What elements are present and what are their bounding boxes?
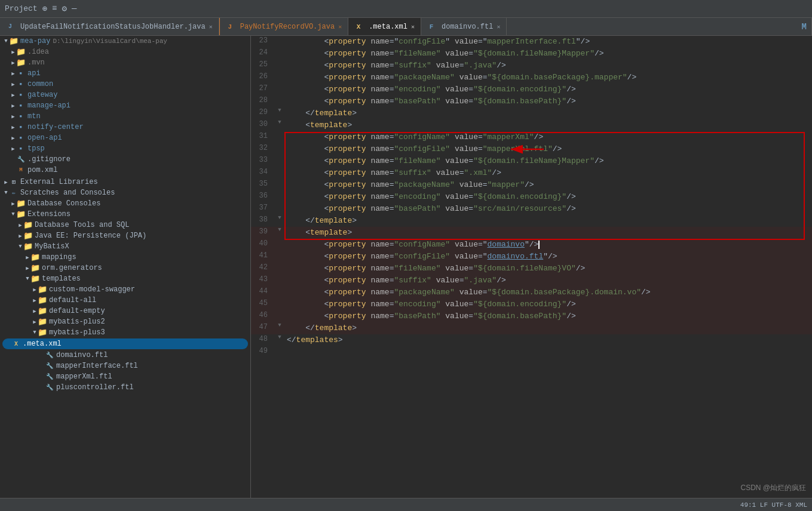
folder-icon: 📁 bbox=[38, 328, 47, 337]
sidebar-tree[interactable]: ▼ 📁 mea-pay D:\lingyin\VisualCard\mea-pa… bbox=[0, 36, 250, 498]
tree-gateway[interactable]: ▶ ▪ gateway bbox=[0, 90, 250, 100]
item-label: gateway bbox=[27, 91, 57, 99]
line-number: 24 bbox=[251, 48, 275, 57]
tree-default-empty[interactable]: ▶ 📁 default-empty bbox=[0, 306, 250, 316]
tree-meta-xml[interactable]: ▶ X .meta.xml bbox=[2, 338, 248, 349]
tab-label2: PayNotifyRecordVO.java bbox=[240, 23, 335, 31]
tree-templates[interactable]: ▼ 📁 templates bbox=[0, 273, 250, 284]
arrow-icon: ▶ bbox=[10, 113, 17, 120]
tree-orm-generators[interactable]: ▶ 📁 orm.generators bbox=[0, 263, 250, 273]
tree-notify-center[interactable]: ▶ ▪ notify-center bbox=[0, 122, 250, 133]
tree-api[interactable]: ▶ ▪ api bbox=[0, 68, 250, 79]
xml-file-icon: X bbox=[12, 340, 20, 348]
tree-idea[interactable]: ▶ 📁 .idea bbox=[0, 47, 250, 57]
arrow-icon: ▶ bbox=[2, 178, 10, 186]
tree-mybatisx[interactable]: ▼ 📁 MyBatisX bbox=[0, 241, 250, 252]
tree-db-consoles[interactable]: ▶ 📁 Database Consoles bbox=[0, 198, 250, 209]
line-number: 43 bbox=[251, 275, 275, 284]
folder-icon: 📁 bbox=[17, 48, 25, 56]
tree-default-all[interactable]: ▶ 📁 default-all bbox=[0, 295, 250, 306]
list-icon[interactable]: ≡ bbox=[52, 4, 57, 14]
tab-close-icon2[interactable]: ✕ bbox=[338, 23, 342, 30]
tree-open-api[interactable]: ▶ ▪ open-api bbox=[0, 133, 250, 143]
fold-arrow[interactable]: ▼ bbox=[278, 227, 281, 233]
folder-icon: 📁 bbox=[31, 264, 39, 272]
item-label: MyBatisX bbox=[35, 242, 69, 251]
module-icon: ▪ bbox=[17, 101, 25, 110]
folder-icon: 📁 bbox=[38, 285, 47, 294]
tree-scratches[interactable]: ▼ ✏ Scratches and Consoles bbox=[0, 187, 250, 198]
item-label: .mvn bbox=[27, 59, 45, 67]
tree-pom[interactable]: ▶ M pom.xml bbox=[0, 165, 250, 176]
tab-close-icon4[interactable]: ✕ bbox=[497, 23, 500, 30]
editor-line-42: 42 <property name="fileName" value="${do… bbox=[251, 263, 812, 275]
line-number: 27 bbox=[251, 84, 275, 93]
tab-close-icon3[interactable]: ✕ bbox=[411, 23, 415, 30]
tree-tpsp[interactable]: ▶ ▪ tpsp bbox=[0, 143, 250, 154]
line-content: <template> bbox=[284, 227, 812, 239]
tab-updatefail[interactable]: J UpdateFailNotificationStatusJobHandler… bbox=[0, 18, 219, 35]
tree-ext-libs[interactable]: ▶ ⊞ External Libraries bbox=[0, 177, 250, 187]
line-content: <property name="configFile" value="domai… bbox=[284, 251, 812, 263]
tab-paynotify[interactable]: J PayNotifyRecordVO.java ✕ bbox=[219, 18, 348, 35]
top-bar-icons: ⊕ ≡ ⚙ — bbox=[42, 4, 77, 14]
line-number: 35 bbox=[251, 179, 275, 188]
line-number: 40 bbox=[251, 239, 275, 248]
item-label: Java EE: Persistence (JPA) bbox=[35, 232, 146, 240]
line-content: <property name="encoding" value="${domai… bbox=[284, 84, 812, 96]
watermark: CSDN @灿烂的疯狂 bbox=[740, 483, 806, 493]
tree-extensions[interactable]: ▼ 📁 Extensions bbox=[0, 209, 250, 220]
tree-manage-api[interactable]: ▶ ▪ manage-api bbox=[0, 100, 250, 111]
editor-line-33: 33 <property name="fileName" value="${do… bbox=[251, 155, 812, 167]
tree-db-tools[interactable]: ▶ 📁 Database Tools and SQL bbox=[0, 220, 250, 230]
fold-arrow[interactable]: ▼ bbox=[278, 107, 281, 113]
arrow-icon: ▶ bbox=[10, 81, 17, 88]
line-content: </templates> bbox=[284, 334, 812, 346]
tab-close-icon[interactable]: ✕ bbox=[209, 23, 213, 30]
tree-mtn[interactable]: ▶ ▪ mtn bbox=[0, 111, 250, 122]
line-number: 32 bbox=[251, 143, 275, 152]
tree-domainvo-ftl[interactable]: ▶ 🔧 domainvo.ftl bbox=[0, 350, 250, 361]
item-label: orm.generators bbox=[42, 264, 102, 272]
tree-mapperinterface[interactable]: ▶ 🔧 mapperInterface.ftl bbox=[0, 361, 250, 371]
settings-icon[interactable]: ⚙ bbox=[62, 4, 66, 14]
tree-pluscontroller[interactable]: ▶ 🔧 pluscontroller.ftl bbox=[0, 382, 250, 393]
tree-mybatis-plus3[interactable]: ▼ 📁 mybatis-plus3 bbox=[0, 327, 250, 338]
intellij-logo: M bbox=[802, 22, 807, 32]
tree-root-mea-pay[interactable]: ▼ 📁 mea-pay D:\lingyin\VisualCard\mea-pa… bbox=[0, 36, 250, 47]
fold-arrow[interactable]: ▼ bbox=[278, 322, 281, 328]
ftl-icon4: 🔧 bbox=[45, 383, 54, 392]
fold-arrow[interactable]: ▼ bbox=[278, 215, 281, 221]
editor-content[interactable]: 23 <property name="configFile" value="ma… bbox=[251, 36, 812, 498]
tree-custom-model[interactable]: ▶ 📁 custom-model-swagger bbox=[0, 284, 250, 295]
ftl-icon2: 🔧 bbox=[45, 362, 54, 370]
tab-ftl-icon: F bbox=[427, 23, 436, 31]
arrow-icon: ▶ bbox=[10, 102, 17, 109]
tab-java-icon: J bbox=[6, 23, 14, 31]
tree-common[interactable]: ▶ ▪ common bbox=[0, 79, 250, 90]
fold-arrow[interactable]: ▼ bbox=[278, 119, 281, 125]
tree-java-ee[interactable]: ▶ 📁 Java EE: Persistence (JPA) bbox=[0, 230, 250, 241]
top-bar-title: Project bbox=[5, 4, 38, 13]
tab-metaxml[interactable]: X .meta.xml ✕ bbox=[348, 18, 421, 35]
tree-mappings[interactable]: ▶ 📁 mappings bbox=[0, 252, 250, 263]
tree-mapperxml[interactable]: ▶ 🔧 mapperXml.ftl bbox=[0, 371, 250, 382]
line-content: <property name="fileName" value="${domai… bbox=[284, 48, 812, 60]
item-label: manage-api bbox=[27, 101, 71, 110]
line-content: <property name="configName" value="mappe… bbox=[284, 131, 812, 143]
item-label: mea-pay bbox=[20, 37, 50, 45]
scratches-icon: ✏ bbox=[10, 189, 18, 197]
line-number: 34 bbox=[251, 167, 275, 176]
line-gutter: ▼ bbox=[275, 119, 284, 125]
module-icon: ▪ bbox=[17, 112, 25, 121]
add-icon[interactable]: ⊕ bbox=[42, 4, 47, 14]
line-content: <property name="basePath" value="${domai… bbox=[284, 96, 812, 107]
fold-arrow[interactable]: ▼ bbox=[278, 334, 281, 340]
tree-gitignore[interactable]: ▶ 🔧 .gitignore bbox=[0, 154, 250, 165]
tab-domainvo[interactable]: F domainvo.ftl ✕ bbox=[421, 18, 507, 35]
line-number: 49 bbox=[251, 346, 275, 355]
folder-icon: 📁 bbox=[38, 307, 47, 315]
tree-mybatis-plus2[interactable]: ▶ 📁 mybatis-plus2 bbox=[0, 316, 250, 327]
minimize-icon[interactable]: — bbox=[72, 4, 76, 14]
tree-mvn[interactable]: ▶ 📁 .mvn bbox=[0, 57, 250, 68]
